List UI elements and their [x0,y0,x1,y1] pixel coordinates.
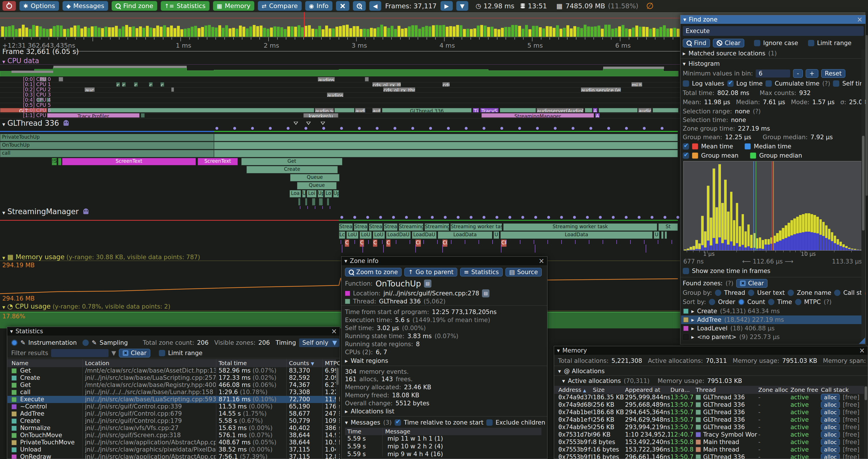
timeline-zone[interactable]: LoadData [438,231,492,239]
resize-grip[interactable] [859,337,865,344]
frame-bar[interactable] [70,28,73,37]
frame-bar[interactable] [191,27,194,37]
sort-by-option[interactable]: Count [738,299,765,305]
compare-button[interactable]: ⇄Compare [258,1,302,11]
message-dot[interactable] [651,216,653,219]
help-icon[interactable]: (?) [824,299,832,305]
frame-bar[interactable] [463,29,466,37]
message-dot[interactable] [625,127,628,130]
message-dot[interactable] [358,127,361,130]
find-zone-window-titlebar[interactable]: ▼Find zone× [680,15,865,24]
frame-bar[interactable] [373,28,376,37]
cpu-data-header[interactable]: ▼ CPU data [2,57,117,65]
close-icon[interactable]: × [857,17,863,23]
free-link[interactable]: [free] [843,438,859,446]
frame-bar[interactable] [546,26,549,37]
message-dot[interactable] [573,216,576,219]
frame-bar[interactable] [8,26,11,37]
find-zone-search-input[interactable]: Execute [683,26,864,36]
frame-bar[interactable] [229,28,231,37]
frame-bar[interactable] [63,29,66,37]
timeline-zone[interactable]: audio. [355,108,365,112]
self-time-checkbox[interactable]: Self time [833,80,866,87]
streaming-header[interactable]: ▼ StreamingManager [2,207,175,216]
table-row[interactable]: Unloadjni/../jni/src/claw/graphics/pixel… [7,446,336,453]
frame-bar[interactable] [673,28,676,37]
alloc-button[interactable]: alloc [821,416,840,423]
timeline-zone[interactable] [58,158,61,165]
frame-bar[interactable] [215,28,218,37]
frame-bar[interactable] [336,27,338,37]
frame-bar[interactable] [363,29,366,37]
timeline-zone[interactable]: Queue [297,182,337,190]
frame-bar[interactable] [653,28,655,37]
frame-bar[interactable] [501,28,504,37]
frame-bar[interactable] [487,27,490,37]
radio[interactable] [709,299,715,305]
timeline-zone[interactable]: U [493,231,499,239]
clear-button[interactable]: Clear [713,39,744,47]
timeline-zone[interactable] [365,77,369,81]
radio[interactable] [738,299,744,305]
frame-bar[interactable] [87,28,90,37]
next-frame-button[interactable]: ▶ [440,1,453,11]
frame-bar[interactable] [273,26,276,37]
column-header[interactable]: Size [593,386,606,393]
frame-bar[interactable] [132,26,135,37]
histogram-toggle[interactable]: ▼Histogram [683,60,864,67]
close-icon[interactable]: × [538,258,544,264]
frame-bar[interactable] [294,27,297,37]
message-dot[interactable] [305,127,307,130]
free-link[interactable]: [free] [843,394,859,401]
alloc-button[interactable]: alloc [821,438,840,446]
found-zone-row[interactable]: ▶LoadLevel(18) 406.88 µs [681,324,863,333]
checkbox[interactable] [808,40,814,46]
ghost-zones-icon[interactable] [83,208,89,214]
memory-scrollbar-thumb[interactable] [865,386,867,400]
frame-bar[interactable] [515,25,518,37]
alloc-button[interactable]: alloc [821,431,840,438]
frame-bar[interactable] [222,28,225,37]
frame-bar[interactable] [232,28,235,37]
message-dot[interactable] [340,216,343,219]
frame-bar[interactable] [632,28,635,37]
frame-bar[interactable] [360,29,363,37]
timeline-zone[interactable]: PrivateTouchUp [0,134,214,141]
go-to-parent-button[interactable]: ↑Go to parent [404,268,457,276]
table-row[interactable]: OnRedrawjni/../jni/src/claw/application/… [7,453,336,459]
timeline-zone[interactable]: audioserver(AudioOut_D) [536,108,584,112]
frame-bar[interactable] [260,26,262,37]
timeline-zone[interactable]: ScreenText [197,158,238,165]
frame-bar[interactable] [263,28,266,37]
free-link[interactable]: [free] [843,401,859,408]
frame-bar[interactable] [649,29,652,37]
frame-bar[interactable] [577,27,580,37]
alloc-button[interactable]: alloc [821,401,840,408]
filter-input[interactable] [51,349,108,357]
message-dot[interactable] [392,216,395,219]
frame-bar[interactable] [404,28,407,37]
statistics-scrollbar-thumb[interactable] [336,368,339,385]
frame-bar[interactable] [549,26,552,37]
help-icon[interactable]: (?) [822,80,830,87]
frame-bar[interactable] [19,28,21,37]
frame-bar[interactable] [449,26,452,37]
frame-bar[interactable] [587,26,590,37]
frame-bar[interactable] [197,28,200,37]
find-zone-histogram[interactable] [683,161,863,251]
frame-bar[interactable] [332,28,335,37]
ignore-case-checkbox[interactable]: Ignore case [754,40,798,46]
time-relative-checkbox[interactable]: Time relative to zone start [395,419,484,426]
frame-bar[interactable] [497,29,500,37]
timeline-zone[interactable]: audio.se [315,108,334,112]
frame-marker-icon[interactable] [306,122,311,125]
column-header[interactable]: Time [347,428,363,435]
close-icon[interactable]: × [859,347,865,354]
message-dot[interactable] [465,127,468,130]
frame-bar[interactable] [518,26,521,37]
allocation-row[interactable]: 0x7553b9fbf016 bytes296,661,146ns13:50.7… [554,454,864,459]
frame-bar[interactable] [153,28,156,37]
frame-bar[interactable] [104,27,107,37]
message-dot[interactable] [287,127,289,130]
timeline-zone[interactable]: mi.ti [631,82,642,87]
